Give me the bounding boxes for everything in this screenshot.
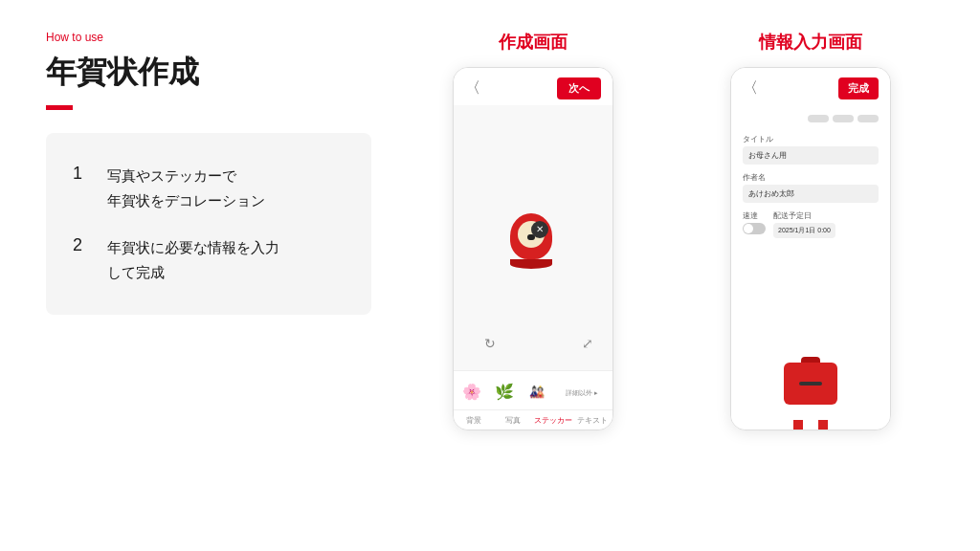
info-screen-title: 情報入力画面 — [759, 31, 862, 54]
schedule-toggle[interactable] — [743, 223, 766, 234]
info-done-button[interactable]: 完成 — [838, 77, 879, 99]
author-label: 作者名 — [743, 172, 879, 183]
info-screen-column: 情報入力画面 〈 完成 タイトル — [687, 31, 934, 430]
page-title: 年賀状作成 — [46, 52, 371, 94]
sticker-plant[interactable]: 🌿 — [490, 377, 519, 406]
creation-screen-column: 作成画面 〈 次へ — [410, 31, 657, 430]
toggle-knob — [744, 224, 753, 233]
mailbox-leg-right — [818, 420, 828, 430]
right-section: 作成画面 〈 次へ — [410, 31, 934, 520]
schedule-label: 速達 — [743, 210, 766, 221]
how-to-use-label: How to use — [46, 31, 371, 44]
mailbox-leg-left — [793, 420, 803, 430]
info-phone-header: 〈 完成 — [731, 68, 890, 105]
step-2: 2 年賀状に必要な情報を入力して完成 — [73, 235, 345, 284]
step-2-text: 年賀状に必要な情報を入力して完成 — [107, 235, 279, 284]
creation-next-button[interactable]: 次へ — [557, 77, 601, 99]
title-label: タイトル — [743, 134, 879, 144]
dots-row — [743, 115, 879, 122]
date-field-group: 配送予定日 2025/1月1日 0:00 — [773, 210, 835, 238]
date-label: 配送予定日 — [773, 210, 835, 221]
info-back-button[interactable]: 〈 — [743, 78, 758, 99]
info-content: タイトル お母さん用 作者名 あけおめ太郎 速達 — [731, 105, 890, 351]
tab-sticker[interactable]: ステッカー — [533, 416, 573, 426]
dot-2 — [833, 115, 854, 122]
dot-1 — [808, 115, 829, 122]
left-section: How to use 年賀状作成 1 写真やステッカーで年賀状をデコレーション … — [46, 31, 371, 520]
creation-phone-mockup: 〈 次へ — [453, 67, 613, 430]
daruma-sticker[interactable]: ✕ — [510, 213, 556, 263]
date-input[interactable]: 2025/1月1日 0:00 — [773, 223, 835, 238]
tab-text[interactable]: テキスト — [573, 416, 613, 426]
rotate-icon[interactable]: ↻ — [484, 336, 496, 351]
tab-background[interactable]: 背景 — [454, 416, 494, 426]
creation-phone-header: 〈 次へ — [454, 68, 612, 105]
creation-back-button[interactable]: 〈 — [465, 78, 480, 99]
mailbox-body — [784, 363, 837, 405]
description-box: 1 写真やステッカーで年賀状をデコレーション 2 年賀状に必要な情報を入力して完… — [46, 133, 371, 315]
tab-photo[interactable]: 写真 — [494, 416, 534, 426]
resize-icon[interactable]: ⤢ — [582, 336, 593, 351]
sticker-daruma-small[interactable]: 🎎 — [523, 377, 551, 406]
creation-canvas: ✕ ↻ ⤢ — [454, 105, 612, 370]
step-1-number: 1 — [73, 164, 92, 184]
creation-tab-bar: 背景 写真 ステッカー テキスト — [454, 409, 612, 430]
step-2-number: 2 — [73, 235, 92, 255]
step-1-text: 写真やステッカーで年賀状をデコレーション — [107, 164, 265, 212]
sticker-bar: 🌸 🌿 🎎 詳細以外 ▸ — [454, 370, 612, 409]
author-input[interactable]: あけおめ太郎 — [743, 185, 879, 203]
sticker-more[interactable]: 詳細以外 ▸ — [555, 385, 609, 398]
schedule-row: 速達 配送予定日 2025/1月1日 0:00 — [743, 210, 879, 238]
schedule-toggle-group: 速達 — [743, 210, 766, 234]
title-field-group: タイトル お母さん用 — [743, 134, 879, 165]
step-1: 1 写真やステッカーで年賀状をデコレーション — [73, 164, 345, 212]
title-input[interactable]: お母さん用 — [743, 146, 879, 165]
dot-3 — [858, 115, 879, 122]
mailbox-area — [731, 351, 890, 430]
red-bar-decoration — [46, 105, 73, 110]
info-phone-mockup: 〈 完成 タイトル お母さん用 — [730, 67, 891, 430]
mailbox-slot — [799, 382, 822, 386]
creation-screen-title: 作成画面 — [499, 31, 568, 54]
author-field-group: 作者名 あけおめ太郎 — [743, 172, 879, 203]
sticker-flower[interactable]: 🌸 — [457, 377, 486, 406]
sticker-close-button[interactable]: ✕ — [531, 221, 548, 238]
mailbox-icon — [784, 363, 837, 422]
